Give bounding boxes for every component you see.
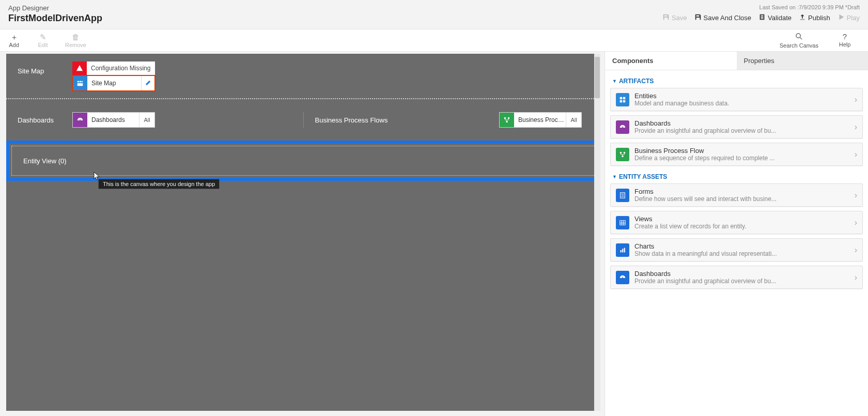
add-button[interactable]: ＋ Add (5, 32, 23, 49)
canvas-scrollbar[interactable] (594, 54, 600, 411)
table-icon (616, 216, 629, 229)
edit-label: Edit (38, 42, 48, 48)
site-map-edit-button[interactable] (141, 76, 154, 90)
validate-icon (758, 13, 766, 22)
scroll-thumb[interactable] (595, 57, 600, 98)
bpf-scope-badge[interactable]: All (566, 113, 581, 127)
edit-button[interactable]: ✎ Edit (34, 32, 52, 49)
svg-point-10 (624, 151, 626, 153)
app-designer-label: App Designer (8, 4, 102, 12)
flow-icon (616, 148, 629, 161)
save-and-close-button[interactable]: Save And Close (694, 13, 752, 22)
play-icon (838, 13, 845, 22)
chart-icon (616, 243, 629, 257)
config-missing-text: Configuration Missing (87, 65, 150, 72)
form-icon (616, 189, 629, 202)
app-name: FirstModelDrivenApp (8, 13, 102, 24)
toolbar: ＋ Add ✎ Edit 🗑 Remove Search Canvas ? He… (0, 29, 868, 52)
asset-card-2[interactable]: ChartsShow data in a meaningful and visu… (610, 238, 863, 261)
comp-title: Dashboards (634, 270, 849, 278)
validate-button[interactable]: Validate (758, 13, 792, 22)
play-button[interactable]: Play (838, 13, 860, 22)
svg-line-1 (800, 37, 802, 39)
section-artifacts[interactable]: ARTIFACTS (610, 74, 863, 88)
svg-point-0 (796, 33, 800, 37)
search-canvas-button[interactable]: Search Canvas (778, 32, 820, 50)
help-icon: ? (843, 33, 847, 40)
asset-card-1[interactable]: ViewsCreate a list view of records for a… (610, 211, 863, 234)
grid-icon (616, 93, 629, 106)
main-area: Site Map Configuration Missing (0, 52, 868, 416)
svg-point-11 (622, 155, 624, 157)
config-missing-banner: Configuration Missing (72, 61, 155, 75)
flow-icon (500, 113, 514, 127)
asset-card-3[interactable]: DashboardsProvide an insightful and grap… (610, 266, 863, 289)
save-button[interactable]: Save (662, 13, 687, 22)
dashboards-tile-text: Dashboards (87, 116, 139, 124)
artifact-card-1[interactable]: DashboardsProvide an insightful and grap… (610, 115, 863, 138)
comp-desc: Show data in a meaningful and visual rep… (634, 250, 849, 257)
chevron-right-icon: › (855, 150, 857, 159)
artifact-card-0[interactable]: EntitiesModel and manage business data.› (610, 88, 863, 111)
svg-rect-22 (622, 249, 623, 252)
search-icon (795, 33, 803, 41)
save-and-close-label: Save And Close (704, 14, 752, 22)
svg-point-2 (504, 117, 506, 119)
dashboards-scope-badge[interactable]: All (139, 113, 154, 127)
search-label: Search Canvas (780, 42, 818, 49)
tab-properties[interactable]: Properties (737, 52, 869, 70)
svg-point-9 (620, 151, 622, 153)
comp-title: Charts (634, 242, 849, 250)
save-icon (662, 13, 670, 22)
header-bar: App Designer FirstModelDrivenApp Last Sa… (0, 0, 868, 29)
svg-rect-7 (620, 100, 622, 102)
pencil-icon: ✎ (40, 33, 47, 41)
publish-label: Publish (808, 14, 830, 22)
comp-desc: Model and manage business data. (634, 100, 849, 107)
sitemap-icon (73, 76, 87, 90)
remove-button[interactable]: 🗑 Remove (63, 32, 88, 49)
artifact-card-2[interactable]: Business Process FlowDefine a sequence o… (610, 143, 863, 166)
plus-icon: ＋ (10, 33, 18, 41)
chevron-right-icon: › (855, 218, 857, 227)
bpf-tile-text: Business Proces... (514, 116, 566, 124)
asset-card-0[interactable]: FormsDefine how users will see and inter… (610, 183, 863, 207)
warning-icon (72, 61, 87, 75)
section-entity-assets[interactable]: ENTITY ASSETS (610, 170, 863, 183)
comp-desc: Provide an insightful and graphical over… (634, 278, 849, 285)
trash-icon: 🗑 (72, 33, 80, 41)
comp-title: Dashboards (634, 119, 849, 127)
svg-rect-23 (624, 248, 625, 252)
save-label: Save (672, 14, 687, 22)
publish-button[interactable]: Publish (799, 13, 830, 22)
canvas[interactable]: Site Map Configuration Missing (6, 54, 600, 411)
play-label: Play (847, 14, 860, 22)
validate-label: Validate (768, 14, 792, 22)
dashboards-tile[interactable]: Dashboards All (72, 112, 155, 128)
comp-title: Business Process Flow (634, 147, 849, 155)
chevron-right-icon: › (855, 95, 857, 104)
comp-desc: Define a sequence of steps required to c… (634, 155, 849, 162)
site-map-tile[interactable]: Site Map (72, 75, 155, 91)
chevron-right-icon: › (855, 191, 857, 200)
remove-label: Remove (65, 42, 86, 48)
side-tabs: Components Properties (605, 52, 868, 70)
site-map-row-label: Site Map (18, 54, 72, 75)
svg-point-3 (508, 117, 510, 119)
comp-title: Entities (634, 92, 849, 100)
tab-components[interactable]: Components (605, 52, 737, 70)
entity-view-label: Entity View (0) (23, 157, 67, 165)
gauge-icon (616, 271, 629, 284)
gauge-icon (616, 120, 629, 134)
svg-rect-21 (621, 250, 622, 252)
comp-desc: Define how users will see and interact w… (634, 195, 849, 203)
svg-rect-8 (623, 100, 625, 102)
entity-view-band[interactable]: Entity View (0) This is the canvas where… (6, 141, 600, 181)
bpf-tile[interactable]: Business Proces... All (499, 112, 582, 128)
comp-desc: Create a list view of records for an ent… (634, 223, 849, 230)
site-map-tile-text: Site Map (87, 80, 141, 87)
dashboards-row-label: Dashboards (18, 116, 72, 124)
chevron-right-icon: › (855, 122, 857, 132)
canvas-wrap: Site Map Configuration Missing (0, 52, 605, 416)
help-button[interactable]: ? Help (836, 32, 854, 50)
